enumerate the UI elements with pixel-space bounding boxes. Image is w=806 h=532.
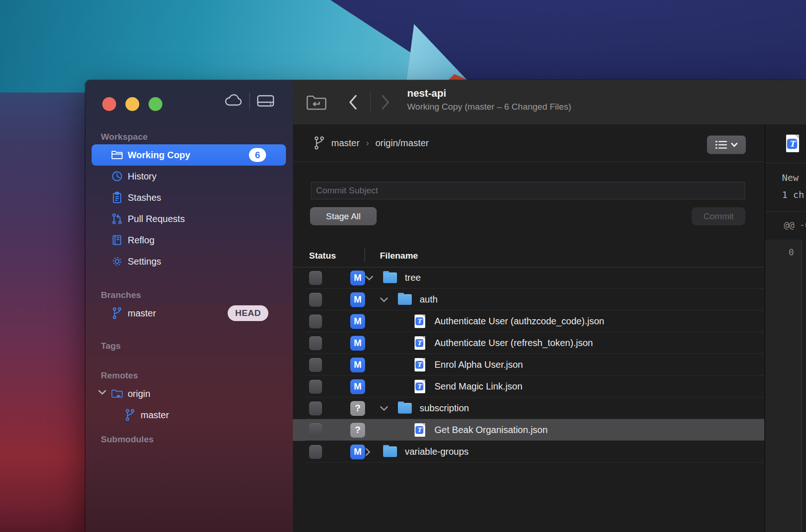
status-badge-modified: M xyxy=(350,292,365,307)
folder-icon xyxy=(383,272,397,283)
stage-checkbox[interactable] xyxy=(309,271,322,285)
branch-bar: master › origin/master xyxy=(293,124,764,162)
file-row[interactable]: ?subscription xyxy=(293,397,764,419)
file-icon-wrap xyxy=(413,380,427,393)
file-icon-wrap xyxy=(413,423,427,437)
file-row[interactable]: Mauth xyxy=(293,289,764,310)
repo-subtitle: Working Copy (master – 6 Changed Files) xyxy=(407,102,571,112)
status-column-header: Status xyxy=(309,251,336,261)
folder-icon xyxy=(398,403,412,414)
filename-label: Authenticate User (authzcode_code).json xyxy=(434,316,604,327)
file-row[interactable]: MSend Magic Link.json xyxy=(293,376,764,397)
sidebar-item-reflog[interactable]: Reflog xyxy=(92,229,286,251)
cloud-folder-icon xyxy=(111,388,123,400)
repo-title: nest-api xyxy=(407,87,571,99)
forward-icon[interactable] xyxy=(380,93,391,111)
json-file-icon xyxy=(415,336,425,350)
tracking-branch[interactable]: origin/master xyxy=(375,138,429,148)
chevron-right-icon: › xyxy=(366,138,369,148)
current-branch[interactable]: master xyxy=(331,138,360,148)
sidebar-item-label: origin xyxy=(128,389,150,399)
file-row[interactable]: ?Get Beak Organisation.json xyxy=(293,419,764,441)
status-badge-untracked: ? xyxy=(350,401,365,416)
folder-icon xyxy=(383,446,397,457)
sidebar-item-label: Stashes xyxy=(128,192,161,203)
file-row[interactable]: MEnrol Alpha User.json xyxy=(293,354,764,376)
section-label: Remotes xyxy=(101,371,293,380)
sidebar-item-working-copy[interactable]: Working Copy6 xyxy=(92,144,286,166)
sidebar-sections: WorkspaceWorking Copy6HistoryStashesPull… xyxy=(86,80,293,447)
chevron-down-icon[interactable] xyxy=(380,406,398,411)
hunk-header-text: @@ -0 xyxy=(784,220,806,230)
file-table-rows: MtreeMauthMAuthenticate User (authzcode_… xyxy=(293,267,764,463)
file-icon-wrap xyxy=(413,358,427,371)
stage-checkbox[interactable] xyxy=(309,380,322,394)
sidebar-item-master[interactable]: master xyxy=(92,404,286,426)
chevron-down-icon[interactable] xyxy=(98,390,106,395)
toolbar-nav-divider xyxy=(370,91,371,113)
sidebar-item-settings[interactable]: Settings xyxy=(92,251,286,272)
sidebar: WorkspaceWorking Copy6HistoryStashesPull… xyxy=(86,80,293,532)
filename-column-header: Filename xyxy=(380,251,418,261)
stage-checkbox[interactable] xyxy=(309,336,322,350)
folder-icon xyxy=(398,294,412,305)
sidebar-section-branches: BranchesmasterHEAD xyxy=(86,290,293,324)
file-row[interactable]: Mtree xyxy=(293,267,764,289)
stage-checkbox[interactable] xyxy=(309,402,322,415)
working-copy-pane: master › origin/master Stage All Com xyxy=(293,124,764,532)
json-file-icon xyxy=(415,380,425,393)
sidebar-section-tags: Tags xyxy=(86,341,293,350)
sidebar-item-stashes[interactable]: Stashes xyxy=(92,187,286,208)
filename-label: auth xyxy=(420,294,438,305)
sidebar-item-origin[interactable]: origin xyxy=(92,383,286,404)
file-row[interactable]: MAuthenticate User (authzcode_code).json xyxy=(293,310,764,332)
stage-checkbox[interactable] xyxy=(309,358,322,372)
sidebar-item-label: Pull Requests xyxy=(128,214,185,224)
commit-button[interactable]: Commit xyxy=(692,207,745,225)
file-icon-wrap xyxy=(413,315,427,328)
status-badge-modified: M xyxy=(350,314,365,329)
section-label: Workspace xyxy=(101,132,293,141)
file-row[interactable]: Mvariable-groups xyxy=(293,441,764,463)
view-options-button[interactable] xyxy=(707,136,746,154)
filename-cell: Send Magic Link.json xyxy=(365,376,764,397)
filename-label: subscription xyxy=(420,403,469,414)
main-toolbar: nest-api Working Copy (master – 6 Change… xyxy=(293,80,806,125)
file-table-header: Status Filename xyxy=(293,251,764,267)
status-badge-untracked: ? xyxy=(350,423,365,438)
filename-label: tree xyxy=(405,272,421,283)
stage-all-button[interactable]: Stage All xyxy=(310,207,377,225)
stage-checkbox[interactable] xyxy=(309,423,322,437)
filename-cell: Authenticate User (authzcode_code).json xyxy=(365,310,764,332)
status-badge-modified: M xyxy=(350,379,365,394)
line-number: 0 xyxy=(789,247,794,257)
diff-hunk-header: @@ -0 xyxy=(765,211,806,240)
stage-checkbox[interactable] xyxy=(309,315,322,328)
changed-files-count-badge: 6 xyxy=(249,148,266,162)
section-label: Branches xyxy=(101,290,293,299)
chevron-down-icon[interactable] xyxy=(380,297,398,303)
commit-subject-input[interactable] xyxy=(311,182,745,199)
diff-line-gutter: 0 xyxy=(765,240,802,532)
window-title-block: nest-api Working Copy (master – 6 Change… xyxy=(407,87,571,112)
sidebar-item-history[interactable]: History xyxy=(92,166,286,187)
sidebar-item-label: Reflog xyxy=(128,235,155,246)
sidebar-item-master[interactable]: masterHEAD xyxy=(92,303,286,324)
stage-checkbox[interactable] xyxy=(309,293,322,307)
sidebar-item-label: History xyxy=(128,171,156,182)
diff-file-header xyxy=(765,124,806,163)
clock-icon xyxy=(111,170,123,182)
chevron-down-icon[interactable] xyxy=(365,275,383,281)
filename-cell: subscription xyxy=(365,397,764,419)
diff-panel: New 1 ch @@ -0 0 xyxy=(764,124,806,532)
diff-status-text: New xyxy=(782,172,799,183)
back-icon[interactable] xyxy=(347,93,359,111)
repo-return-icon[interactable] xyxy=(306,94,327,111)
sidebar-item-pull-requests[interactable]: Pull Requests xyxy=(92,208,286,229)
file-row[interactable]: MAuthenticate User (refresh_token).json xyxy=(293,332,764,354)
filename-cell: Get Beak Organisation.json xyxy=(365,419,764,441)
stage-checkbox[interactable] xyxy=(309,445,322,459)
sidebar-item-label: master xyxy=(128,308,156,319)
chevron-right-icon[interactable] xyxy=(365,448,383,456)
list-view-icon xyxy=(715,140,727,150)
